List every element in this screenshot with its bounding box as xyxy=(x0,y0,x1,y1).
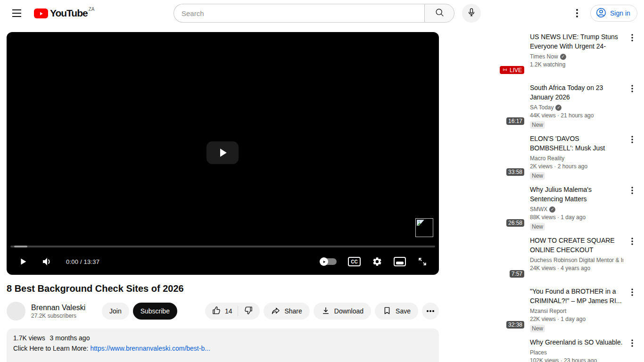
related-video-meta: 2K views · 2 hours ago xyxy=(530,163,623,170)
voice-search-button[interactable] xyxy=(462,4,481,23)
settings-gear-icon[interactable] xyxy=(372,256,382,267)
bookmark-icon xyxy=(382,306,392,317)
channel-avatar[interactable] xyxy=(7,302,25,321)
related-channel-row[interactable]: Places xyxy=(530,349,623,356)
learn-more-text: Click Here to Learn More: xyxy=(13,345,90,352)
video-options-icon[interactable] xyxy=(627,287,637,331)
related-video-title[interactable]: South Africa Today on 23 January 2026 xyxy=(530,83,623,102)
channel-row: Brennan Valeski 27.2K subscribers Join S… xyxy=(7,300,439,322)
subtitles-cc-button[interactable]: CC xyxy=(348,257,361,266)
buffered-segment xyxy=(14,246,27,247)
related-video-meta: 88K views · 1 day ago xyxy=(530,214,623,221)
related-channel-row[interactable]: Mzansi Report xyxy=(530,308,623,314)
video-player[interactable]: 0:00 / 13:37 CC xyxy=(7,32,439,275)
view-count: 1.7K views xyxy=(13,334,45,342)
channel-name[interactable]: Brennan Valeski xyxy=(31,304,91,312)
share-button[interactable]: Share xyxy=(264,303,309,320)
related-channel-row[interactable]: Times Now ✓ xyxy=(530,53,623,60)
subscribe-button[interactable]: Subscribe xyxy=(133,303,177,320)
cc-label: CC xyxy=(351,259,357,264)
video-options-icon[interactable] xyxy=(627,83,637,127)
related-channel-row[interactable]: Macro Reality xyxy=(530,155,623,162)
subscribe-label: Subscribe xyxy=(140,307,170,315)
related-video-item[interactable]: 7:57 HOW TO CREATE SQUARE ONLINE CHECKOU… xyxy=(447,236,637,280)
video-options-icon[interactable] xyxy=(627,134,637,178)
more-actions-button[interactable] xyxy=(422,303,439,320)
person-icon xyxy=(595,7,607,20)
video-thumbnail[interactable] xyxy=(447,337,526,362)
download-button[interactable]: Download xyxy=(314,303,371,320)
sign-in-button[interactable]: Sign in xyxy=(590,5,637,22)
youtube-logo[interactable]: YouTube ZA xyxy=(34,7,95,19)
related-video-title[interactable]: HOW TO CREATE SQUARE ONLINE CHECKOUT xyxy=(530,236,623,255)
related-channel-name: Mzansi Report xyxy=(530,308,566,314)
volume-icon[interactable] xyxy=(41,256,53,267)
thumbs-down-icon xyxy=(244,305,253,317)
join-label: Join xyxy=(109,307,122,315)
autoplay-toggle[interactable] xyxy=(321,258,337,265)
related-video-item[interactable]: 32:38 "You Found a BROTHER in a CRIMINAL… xyxy=(447,287,637,331)
play-button[interactable] xyxy=(18,256,28,267)
join-button[interactable]: Join xyxy=(102,303,129,320)
related-video-title[interactable]: Why Greenland is SO Valuable. xyxy=(530,337,623,347)
related-channel-row[interactable]: SMWX ✓ xyxy=(530,206,623,213)
verified-badge-icon: ✓ xyxy=(560,54,566,60)
player-controls: 0:00 / 13:37 CC xyxy=(7,251,439,272)
related-videos-sidebar: LIVE US NEWS LIVE: Trump Stuns Everyone … xyxy=(447,32,637,362)
related-channel-name: Places xyxy=(530,349,547,356)
related-video-title[interactable]: "You Found a BROTHER in a CRIMINAL?!" – … xyxy=(530,287,623,305)
video-options-icon[interactable] xyxy=(627,185,637,229)
related-channel-row[interactable]: Duchess Robinson Digital Mentor & Infl..… xyxy=(530,257,623,263)
like-button[interactable]: 14 xyxy=(205,306,238,317)
related-channel-name: Macro Reality xyxy=(530,155,564,162)
dislike-button[interactable] xyxy=(238,305,260,317)
video-options-icon[interactable] xyxy=(627,337,637,362)
download-icon xyxy=(321,306,330,317)
video-thumbnail[interactable]: 7:57 xyxy=(447,236,526,280)
hamburger-menu-icon[interactable] xyxy=(10,8,24,19)
related-video-item[interactable]: 33:58 ELON'S 'DAVOS BOMBSHELL': Musk Jus… xyxy=(447,134,637,178)
related-video-item[interactable]: LIVE US NEWS LIVE: Trump Stuns Everyone … xyxy=(447,32,637,76)
video-thumbnail[interactable]: LIVE xyxy=(447,32,526,76)
video-options-icon[interactable] xyxy=(627,236,637,280)
search-icon xyxy=(435,8,445,19)
header-kebab-icon[interactable] xyxy=(572,8,582,19)
description-box[interactable]: 1.7K views 3 months ago Click Here to Le… xyxy=(7,329,439,362)
video-options-icon[interactable] xyxy=(627,32,637,76)
related-channel-name: SA Today xyxy=(530,104,553,111)
related-video-title[interactable]: US NEWS LIVE: Trump Stuns Everyone With … xyxy=(530,32,623,51)
related-video-title[interactable]: Why Julius Malema's Sentencing Matters xyxy=(530,185,623,204)
time-display: 0:00 / 13:37 xyxy=(66,258,99,265)
miniplayer-icon[interactable] xyxy=(394,257,406,266)
big-play-button[interactable] xyxy=(206,141,239,164)
verified-badge-icon: ✓ xyxy=(555,105,561,111)
related-video-item[interactable]: 26:58 Why Julius Malema's Sentencing Mat… xyxy=(447,185,637,229)
video-thumbnail[interactable]: 16:17 xyxy=(447,83,526,127)
related-video-item[interactable]: 16:17 South Africa Today on 23 January 2… xyxy=(447,83,637,127)
progress-bar[interactable] xyxy=(10,246,435,247)
related-video-meta: 44K views · 21 hours ago xyxy=(530,112,623,119)
related-video-item[interactable]: Why Greenland is SO Valuable. Places 102… xyxy=(447,337,637,362)
sign-in-label: Sign in xyxy=(610,9,630,17)
related-channel-name: SMWX xyxy=(530,206,547,213)
save-button[interactable]: Save xyxy=(375,303,418,320)
verified-badge-icon: ✓ xyxy=(549,206,555,213)
video-thumbnail[interactable]: 26:58 xyxy=(447,185,526,229)
video-thumbnail[interactable]: 33:58 xyxy=(447,134,526,178)
related-video-title[interactable]: ELON'S 'DAVOS BOMBSHELL': Musk Just Reve… xyxy=(530,134,623,153)
new-badge: New xyxy=(530,325,545,332)
search-input[interactable] xyxy=(173,4,424,23)
video-thumbnail[interactable]: 32:38 xyxy=(447,287,526,331)
related-video-meta: 102K views · 23 hours ago xyxy=(530,357,623,362)
related-video-meta: 1.2K watching xyxy=(530,61,623,68)
related-channel-row[interactable]: SA Today ✓ xyxy=(530,104,623,111)
fullscreen-icon[interactable] xyxy=(417,256,428,267)
related-video-meta: 24K views · 4 years ago xyxy=(530,265,623,272)
new-badge: New xyxy=(530,223,545,230)
thumbs-up-icon xyxy=(212,306,221,317)
duration-badge: 16:17 xyxy=(506,117,524,125)
autoplay-knob-icon xyxy=(320,257,328,266)
learn-more-link[interactable]: https://www.brennanvaleski.com/best-b... xyxy=(90,345,210,352)
related-channel-name: Duchess Robinson Digital Mentor & Infl..… xyxy=(530,257,623,263)
search-button[interactable] xyxy=(424,4,454,23)
